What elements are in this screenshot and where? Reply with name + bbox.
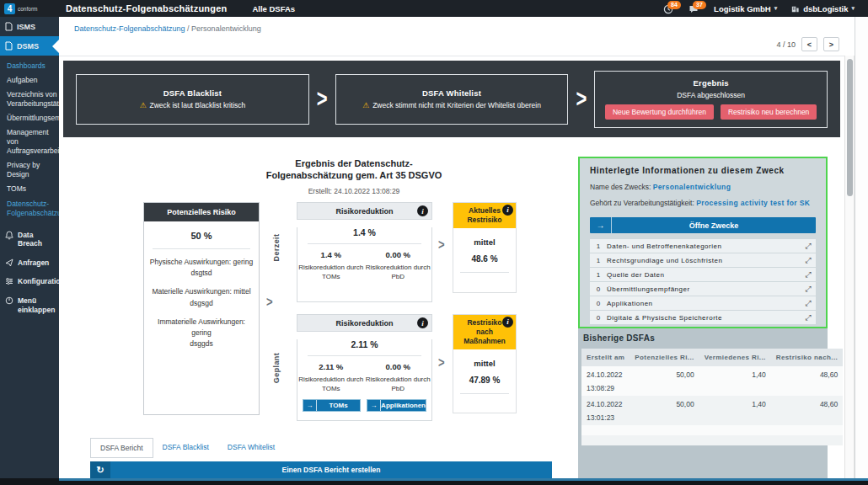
chevron-right-icon: > bbox=[317, 84, 328, 114]
company-menu[interactable]: Logistik GmbH ▾ bbox=[714, 4, 777, 13]
toms-button[interactable]: → TOMs bbox=[303, 399, 361, 412]
divider bbox=[153, 248, 250, 249]
info-icon[interactable]: i bbox=[502, 317, 513, 328]
logo-icon: 4 bbox=[4, 3, 15, 14]
sidebar-item-konfiguration[interactable]: Konfiguration bbox=[0, 272, 59, 291]
result-status-box: Ergebnis DSFA abgeschlossen Neue Bewertu… bbox=[594, 71, 828, 128]
whitelist-status: ⚠ Zweck stimmt nicht mit Kriterien der W… bbox=[362, 101, 541, 109]
risk-reduction-header: Risikoreduktion i bbox=[297, 202, 432, 220]
message-badge: 37 bbox=[693, 1, 706, 9]
file-icon bbox=[5, 41, 13, 51]
sidebar-item-isms[interactable]: ISMS bbox=[0, 17, 59, 36]
dsfa-status-banner: DSFA Blacklist ⚠ Zweck ist laut Blacklis… bbox=[63, 61, 840, 137]
current-toms-reduction: 1.4 % Risikoreduktion durch TOMs bbox=[297, 250, 365, 281]
current-reduction-total: 1.4 % bbox=[297, 227, 431, 237]
previous-dsfas-table: Erstellt am Potenzielles Ri... Vermieden… bbox=[581, 349, 843, 445]
column-restrisiko[interactable]: Restrisiko nach... bbox=[771, 349, 843, 366]
blacklist-status-box: DSFA Blacklist ⚠ Zweck ist laut Blacklis… bbox=[76, 74, 309, 125]
processing-activity-link[interactable]: Processing activity test for SK bbox=[696, 199, 810, 207]
sidebar-item-data-breach[interactable]: Data Breach bbox=[0, 226, 59, 253]
info-icon[interactable]: i bbox=[502, 205, 513, 216]
table-row-empty bbox=[581, 435, 843, 445]
table-header-row: Erstellt am Potenzielles Ri... Vermieden… bbox=[581, 349, 843, 366]
current-pbd-reduction: 0.00 % Risikoreduktion durch PbD bbox=[365, 250, 432, 281]
result-heading: Ergebnis der Datenschutz- Folgenabschätz… bbox=[236, 158, 472, 195]
send-icon bbox=[5, 258, 13, 267]
sidebar-item-anfragen[interactable]: Anfragen bbox=[0, 253, 59, 273]
breadcrumb-separator: / bbox=[185, 24, 192, 33]
menu-all-dsfas[interactable]: Alle DSFAs bbox=[252, 4, 295, 13]
chevron-down-icon: ▾ bbox=[851, 5, 855, 12]
next-page-button[interactable]: > bbox=[823, 37, 839, 51]
sidebar-item-uebermittlungsempfaenger[interactable]: Übermittlungsempfänger bbox=[0, 111, 59, 125]
file-icon bbox=[5, 22, 13, 31]
sidebar-item-toms[interactable]: TOMs bbox=[0, 182, 59, 196]
messages-button[interactable]: 37 bbox=[689, 3, 700, 13]
sidebar-item-verzeichnis[interactable]: Verzeichnis von Verarbeitungstätigkeiten bbox=[0, 88, 59, 111]
sidebar-item-aufgaben[interactable]: Aufgaben bbox=[0, 73, 59, 88]
purpose-category-list: 1 Daten- und Betroffenenkategorien ⤢ 1 R… bbox=[590, 239, 816, 324]
breadcrumb-parent-link[interactable]: Datenschutz-Folgenabschätzung bbox=[74, 24, 185, 33]
planned-residual-risk-title: Restrisiko nach Maßnahmen i bbox=[453, 315, 516, 349]
list-item-speicherorte[interactable]: 0 Digitale & Physische Speicherorte ⤢ bbox=[590, 311, 816, 324]
sidebar-item-label: ISMS bbox=[17, 23, 35, 31]
list-item-applikationen[interactable]: 0 Applikationen ⤢ bbox=[590, 296, 816, 310]
new-assessment-button[interactable]: Neue Bewertung durchführen bbox=[605, 104, 714, 120]
expand-icon[interactable]: ⤢ bbox=[801, 299, 816, 308]
table-row-empty bbox=[581, 425, 843, 435]
current-residual-value: 48.6 % bbox=[453, 254, 516, 264]
result-created-timestamp: Erstellt: 24.10.2022 13:08:29 bbox=[236, 187, 472, 195]
chevron-right-icon: > bbox=[576, 84, 587, 114]
list-item-quelle[interactable]: 1 Quelle der Daten ⤢ bbox=[590, 268, 816, 281]
current-residual-risk-box: Aktuelles Restrisiko i mittel 48.6 % bbox=[453, 202, 517, 293]
company-name: Logistik GmbH bbox=[714, 4, 771, 13]
column-vermiedenes-risiko[interactable]: Vermiedenes Ri... bbox=[699, 349, 771, 366]
sidebar-item-dsms[interactable]: DSMS bbox=[0, 36, 59, 56]
info-icon[interactable]: i bbox=[417, 317, 428, 328]
vertical-scrollbar-track[interactable] bbox=[844, 56, 855, 478]
result-status: DSFA abgeschlossen bbox=[677, 91, 745, 99]
recalculate-risk-button[interactable]: Restrisiko neu berechnen bbox=[721, 104, 817, 120]
list-item-rechtsgrundlage[interactable]: 1 Rechtsgrundlage und Löschfristen ⤢ bbox=[590, 253, 816, 267]
tab-dsfa-bericht[interactable]: DSFA Bericht bbox=[90, 438, 153, 458]
sidebar-item-auftragsverarbeiter[interactable]: Management von Auftragsverarbeitern bbox=[0, 125, 59, 158]
table-row[interactable]: 24.10.202213:01:23 50,00 1,40 48,60 bbox=[581, 396, 843, 425]
current-residual-risk-title: Aktuelles Restrisiko i bbox=[453, 203, 516, 228]
sidebar-item-label: Konfiguration bbox=[18, 277, 59, 286]
create-report-button[interactable]: ↻ Einen DSFA Bericht erstellen bbox=[90, 461, 552, 478]
divider bbox=[59, 56, 844, 56]
vertical-scrollbar-thumb[interactable] bbox=[847, 59, 853, 196]
sidebar-item-collapse-menu[interactable]: Menü einklappen bbox=[0, 291, 59, 319]
info-icon[interactable]: i bbox=[417, 205, 428, 216]
list-item-datenkategorien[interactable]: 1 Daten- und Betroffenenkategorien ⤢ bbox=[590, 239, 816, 253]
tab-dsfa-blacklist[interactable]: DSFA Blacklist bbox=[153, 438, 218, 458]
sidebar-item-dsfa[interactable]: Datenschutz-Folgenabschätzungen bbox=[0, 197, 59, 221]
open-purposes-button[interactable]: → Öffne Zwecke bbox=[590, 217, 816, 233]
expand-icon[interactable]: ⤢ bbox=[801, 242, 816, 251]
expand-icon[interactable]: ⤢ bbox=[801, 313, 816, 322]
impact-materiell: Materielle Auswirkungen: mitteldsgsgd bbox=[144, 286, 259, 308]
purpose-name-link[interactable]: Personalentwicklung bbox=[653, 183, 731, 191]
sidebar-item-privacy-by-design[interactable]: Privacy by Design bbox=[0, 158, 59, 182]
prev-page-button[interactable]: < bbox=[801, 37, 817, 51]
applikationen-button[interactable]: → Applikationen bbox=[367, 399, 426, 412]
row-label-geplant: Geplant bbox=[272, 343, 281, 393]
planned-risk-reduction-box: Risikoreduktion i 2.11 % 2.11 % Risikore… bbox=[297, 314, 432, 421]
expand-icon[interactable]: ⤢ bbox=[801, 256, 816, 265]
column-potenzielles-risiko[interactable]: Potenzielles Ri... bbox=[630, 349, 699, 366]
main-content: Datenschutz-Folgenabschätzung / Personal… bbox=[59, 17, 844, 478]
planned-toms-reduction: 2.11 % Risikoreduktion durch TOMs bbox=[297, 362, 365, 393]
table-row[interactable]: 24.10.202213:08:29 50,00 1,40 48,60 bbox=[581, 366, 843, 396]
sidebar-item-dashboards[interactable]: Dashboards bbox=[0, 59, 59, 73]
page-title: Datenschutz-Folgenabschätzungen bbox=[66, 3, 227, 13]
app-logo[interactable]: 4 conform bbox=[0, 3, 59, 14]
notifications-button[interactable]: 84 bbox=[663, 3, 675, 13]
column-erstellt-am[interactable]: Erstellt am bbox=[581, 349, 630, 366]
list-item-uebermittlungsempfaenger[interactable]: 0 Übermittlungsempfänger ⤢ bbox=[590, 282, 816, 296]
tab-dsfa-whitelist[interactable]: DSFA Whitelist bbox=[218, 438, 284, 458]
sidebar-item-label: Anfragen bbox=[18, 258, 49, 268]
expand-icon[interactable]: ⤢ bbox=[801, 270, 816, 280]
collapse-menu-icon bbox=[5, 296, 13, 305]
expand-icon[interactable]: ⤢ bbox=[801, 285, 816, 294]
user-menu[interactable]: dsbLogistik ▾ bbox=[790, 4, 855, 13]
